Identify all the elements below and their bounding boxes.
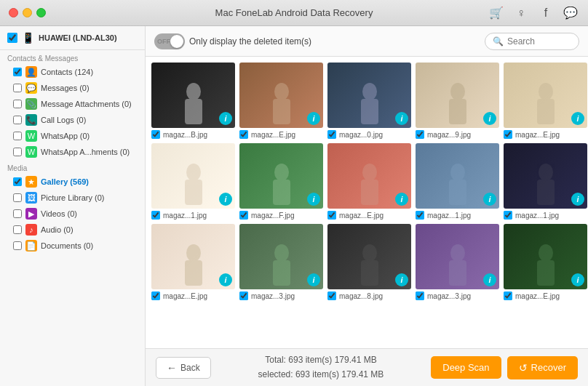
info-button[interactable]: i — [219, 193, 232, 206]
sidebar-item-documents[interactable]: 📄 Documents (0) — [0, 238, 145, 254]
toggle-switch[interactable]: OFF — [154, 33, 185, 49]
device-row[interactable]: 📱 HUAWEI (LND-AL30) — [0, 26, 145, 50]
image-checkbox[interactable] — [239, 211, 248, 220]
image-checkbox[interactable] — [416, 291, 424, 300]
sidebar-item-call-logs[interactable]: 📞 Call Logs (0) — [0, 112, 145, 128]
image-wrapper[interactable]: i — [327, 63, 411, 128]
image-checkbox[interactable] — [239, 291, 248, 300]
grid-row: i magaz...E.jpg i — [151, 224, 582, 300]
contacts-checkbox[interactable] — [13, 68, 22, 76]
chat-icon[interactable]: 💬 — [562, 4, 579, 22]
cart-icon[interactable]: 🛒 — [488, 4, 505, 22]
info-button[interactable]: i — [483, 193, 496, 206]
gallery-label: Gallery (569) — [41, 177, 89, 186]
image-wrapper[interactable]: i — [239, 63, 323, 128]
info-button[interactable]: i — [219, 112, 232, 125]
image-wrapper[interactable]: i — [151, 224, 235, 289]
videos-icon: ▶ — [25, 208, 37, 220]
search-box[interactable]: 🔍 — [485, 33, 579, 50]
sidebar-item-contacts[interactable]: 👤 Contacts (124) — [0, 64, 145, 80]
image-wrapper[interactable]: i — [151, 143, 235, 209]
right-panel: OFF Only display the deleted item(s) 🔍 — [146, 26, 588, 386]
image-checkbox[interactable] — [416, 211, 424, 220]
section-label-contacts: Contacts & Messages — [0, 50, 145, 64]
sidebar-item-audio[interactable]: ♪ Audio (0) — [0, 222, 145, 238]
image-checkbox[interactable] — [504, 130, 512, 139]
svg-point-20 — [186, 244, 201, 262]
back-button[interactable]: ← Back — [156, 357, 211, 379]
deep-scan-button[interactable]: Deep Scan — [431, 356, 501, 379]
sidebar-item-picture-lib[interactable]: 🖼 Picture Library (0) — [0, 190, 145, 206]
gallery-icon: ★ — [25, 176, 37, 188]
search-input[interactable] — [507, 36, 573, 47]
info-button[interactable]: i — [571, 112, 584, 125]
image-wrapper[interactable]: i — [151, 63, 235, 128]
recover-button[interactable]: ↺ Recover — [507, 356, 578, 379]
image-wrapper[interactable]: i — [327, 224, 411, 289]
image-wrapper[interactable]: i — [504, 63, 587, 128]
image-wrapper[interactable]: i — [504, 224, 587, 289]
device-checkbox[interactable] — [7, 33, 17, 43]
image-checkbox[interactable] — [239, 130, 248, 139]
info-button[interactable]: i — [395, 273, 408, 286]
info-button[interactable]: i — [307, 193, 320, 206]
device-name: HUAWEI (LND-AL30) — [39, 33, 117, 42]
image-checkbox[interactable] — [327, 130, 336, 139]
messages-icon: 💬 — [25, 82, 37, 94]
image-wrapper[interactable]: i — [239, 224, 323, 289]
image-wrapper[interactable]: i — [416, 143, 499, 209]
sidebar-item-msg-attach[interactable]: 📎 Message Attachments (0) — [0, 96, 145, 112]
videos-label: Videos (0) — [41, 209, 77, 218]
user-icon[interactable]: ♀ — [512, 4, 530, 22]
wa-attach-checkbox[interactable] — [13, 148, 22, 156]
image-wrapper[interactable]: i — [504, 143, 587, 209]
audio-checkbox[interactable] — [13, 225, 22, 234]
info-button[interactable]: i — [307, 273, 320, 286]
svg-rect-11 — [185, 180, 202, 205]
image-wrapper[interactable]: i — [416, 63, 499, 128]
image-checkbox[interactable] — [504, 211, 512, 220]
info-button[interactable]: i — [219, 273, 232, 286]
whatsapp-checkbox[interactable] — [13, 132, 22, 140]
sidebar-item-videos[interactable]: ▶ Videos (0) — [0, 206, 145, 222]
gallery-checkbox[interactable] — [13, 177, 22, 186]
sidebar-item-wa-attach[interactable]: W WhatsApp A...hments (0) — [0, 144, 145, 160]
info-button[interactable]: i — [571, 273, 584, 286]
audio-label: Audio (0) — [41, 225, 74, 234]
info-button[interactable]: i — [395, 193, 408, 206]
maximize-button[interactable] — [36, 8, 46, 17]
svg-point-6 — [450, 83, 465, 100]
image-wrapper[interactable]: i — [416, 224, 499, 289]
videos-checkbox[interactable] — [13, 209, 22, 218]
minimize-button[interactable] — [23, 8, 32, 17]
image-wrapper[interactable]: i — [239, 143, 323, 209]
messages-checkbox[interactable] — [13, 84, 22, 92]
sidebar-item-gallery[interactable]: ★ Gallery (569) — [0, 174, 145, 190]
image-label: magaz...E.jpg — [515, 292, 560, 300]
close-button[interactable] — [9, 8, 18, 17]
image-checkbox[interactable] — [151, 130, 160, 139]
image-checkbox[interactable] — [416, 130, 424, 139]
info-button[interactable]: i — [483, 273, 496, 286]
info-button[interactable]: i — [307, 112, 320, 125]
documents-checkbox[interactable] — [13, 241, 22, 250]
image-checkbox[interactable] — [327, 291, 336, 300]
wa-attach-icon: W — [25, 146, 37, 158]
sidebar-item-messages[interactable]: 💬 Messages (0) — [0, 80, 145, 96]
info-button[interactable]: i — [483, 112, 496, 125]
info-button[interactable]: i — [571, 193, 584, 206]
svg-point-8 — [539, 83, 553, 100]
image-label: magaz...9.jpg — [427, 131, 471, 139]
info-button[interactable]: i — [395, 112, 408, 125]
msg-attach-checkbox[interactable] — [13, 100, 22, 108]
image-checkbox[interactable] — [151, 291, 160, 300]
sidebar-item-whatsapp[interactable]: W WhatsApp (0) — [0, 128, 145, 144]
image-checkbox[interactable] — [504, 291, 512, 300]
image-checkbox[interactable] — [327, 211, 336, 220]
facebook-icon[interactable]: f — [537, 4, 555, 22]
image-wrapper[interactable]: i — [327, 143, 411, 209]
image-checkbox[interactable] — [151, 211, 160, 220]
picture-lib-checkbox[interactable] — [13, 193, 22, 202]
grid-cell: i magaz...B.jpg — [151, 63, 235, 139]
call-logs-checkbox[interactable] — [13, 116, 22, 124]
